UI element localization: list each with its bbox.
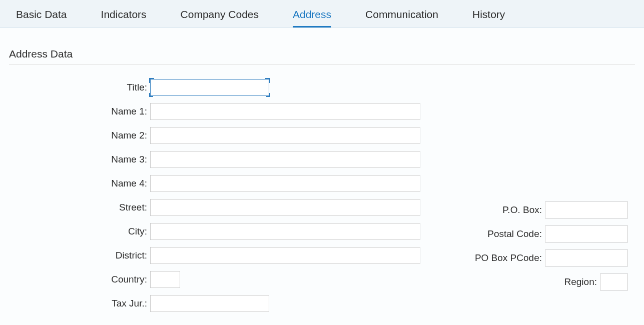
city-field[interactable] xyxy=(150,223,420,240)
label-district: District: xyxy=(9,250,150,261)
label-pobox: P.O. Box: xyxy=(424,204,545,216)
name2-field[interactable] xyxy=(150,127,420,144)
label-country: Country: xyxy=(9,274,150,285)
pobox-field[interactable] xyxy=(545,202,628,218)
tab-bar: Basic Data Indicators Company Codes Addr… xyxy=(0,0,644,28)
label-postalcode: Postal Code: xyxy=(424,228,545,240)
tab-address[interactable]: Address xyxy=(281,2,343,28)
label-name2: Name 2: xyxy=(9,130,150,141)
row-poboxpcode: PO Box PCode: xyxy=(424,246,628,270)
tab-company-codes[interactable]: Company Codes xyxy=(169,2,271,28)
row-region: Region: xyxy=(424,270,628,294)
taxjur-field[interactable] xyxy=(150,295,269,312)
row-postalcode: Postal Code: xyxy=(424,222,628,246)
form-column-right: P.O. Box: Postal Code: PO Box PCode: Reg… xyxy=(424,76,635,316)
label-poboxpcode: PO Box PCode: xyxy=(424,252,545,264)
label-title: Title: xyxy=(9,82,150,93)
name3-field[interactable] xyxy=(150,151,420,168)
label-name4: Name 4: xyxy=(9,178,150,189)
tab-history[interactable]: History xyxy=(460,2,517,28)
label-street: Street: xyxy=(9,202,150,213)
country-field[interactable] xyxy=(150,271,180,288)
name1-field[interactable] xyxy=(150,103,420,120)
row-city: City: xyxy=(9,220,424,244)
row-street: Street: xyxy=(9,196,424,220)
row-taxjur: Tax Jur.: xyxy=(9,292,424,316)
row-district: District: xyxy=(9,244,424,268)
row-name4: Name 4: xyxy=(9,172,424,196)
poboxpcode-field[interactable] xyxy=(545,250,628,266)
street-field[interactable] xyxy=(150,199,420,216)
section-title-address-data: Address Data xyxy=(9,38,635,64)
label-name1: Name 1: xyxy=(9,106,150,117)
region-field[interactable] xyxy=(600,274,628,290)
district-field[interactable] xyxy=(150,247,420,264)
label-name3: Name 3: xyxy=(9,154,150,165)
label-city: City: xyxy=(9,226,150,237)
focus-indicator xyxy=(150,79,269,96)
tab-communication[interactable]: Communication xyxy=(353,2,450,28)
label-region: Region: xyxy=(424,276,600,288)
row-country: Country: xyxy=(9,268,424,292)
row-title: Title: xyxy=(9,76,424,100)
row-pobox: P.O. Box: xyxy=(424,198,628,222)
right-column-spacer xyxy=(424,76,628,198)
name4-field[interactable] xyxy=(150,175,420,192)
tab-basic-data[interactable]: Basic Data xyxy=(4,2,79,28)
postalcode-field[interactable] xyxy=(545,226,628,242)
title-field[interactable] xyxy=(150,79,269,96)
row-name1: Name 1: xyxy=(9,100,424,124)
form-columns: Title: Name 1: Name 2: Name 3: xyxy=(9,76,635,316)
label-taxjur: Tax Jur.: xyxy=(9,298,150,309)
row-name3: Name 3: xyxy=(9,148,424,172)
content-area: Address Data Title: Name 1: Name 2: xyxy=(0,28,644,325)
row-name2: Name 2: xyxy=(9,124,424,148)
tab-indicators[interactable]: Indicators xyxy=(89,2,159,28)
form-column-left: Title: Name 1: Name 2: Name 3: xyxy=(9,76,424,316)
